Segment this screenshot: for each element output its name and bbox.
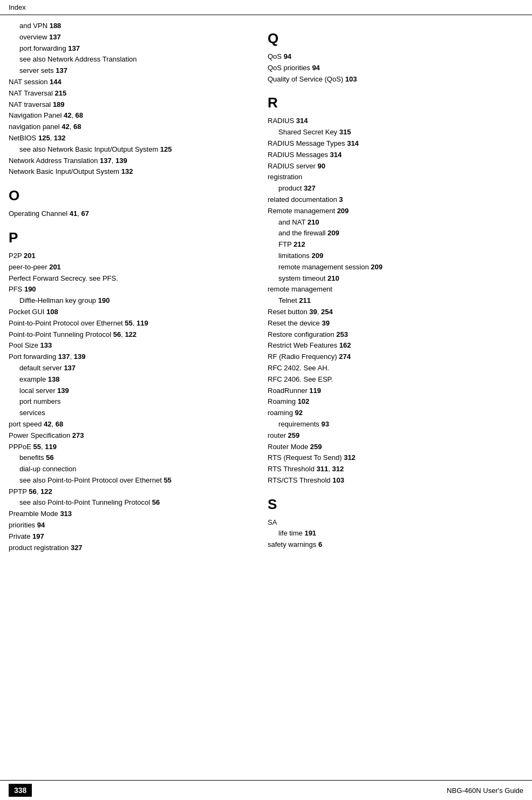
list-item: RoadRunner 119 [268,385,523,397]
section-q-letter: Q [268,30,523,47]
list-item: see also Point-to-Point Protocol over Et… [9,475,257,486]
list-item: life time 191 [268,528,523,539]
list-item: see also Network Basic Input/Output Syst… [9,144,257,155]
list-item: NetBIOS 125, 132 [9,133,257,144]
list-item: Diffie-Hellman key group 190 [9,295,257,307]
page-header: Index [0,0,532,15]
list-item: Preamble Mode 313 [9,509,257,520]
list-item: Network Basic Input/Output System 132 [9,166,257,178]
list-item: QoS priorities 94 [268,63,523,74]
list-item: product 327 [268,183,523,194]
s-section: SA life time 191 safety warnings 6 [268,517,523,551]
list-item: server sets 137 [9,65,257,77]
list-item: NAT traversal 189 [9,99,257,111]
list-item: system timeout 210 [268,273,523,284]
list-item: see also Network Address Translation [9,54,257,65]
list-item: port forwarding 137 [9,43,257,55]
list-item: roaming 92 [268,408,523,419]
list-item: P2P 201 [9,250,257,262]
list-item: and VPN 188 [9,21,257,32]
left-column: and VPN 188 overview 137 port forwarding… [9,21,257,553]
list-item: Point-to-Point Tunneling Protocol 56, 12… [9,329,257,341]
list-item: registration [268,172,523,183]
list-item: local server 139 [9,385,257,397]
list-item: NAT Traversal 215 [9,88,257,99]
list-item: benefits 56 [9,452,257,464]
list-item: port speed 42, 68 [9,419,257,430]
list-item: RADIUS Messages 314 [268,150,523,161]
list-item: Reset button 39, 254 [268,307,523,318]
right-column: Q QoS 94 QoS priorities 94 Quality of Se… [268,21,523,553]
footer-title: NBG-460N User's Guide [447,787,523,795]
list-item: Restrict Web Features 162 [268,340,523,351]
list-item: safety warnings 6 [268,539,523,551]
list-item: RTS (Request To Send) 312 [268,452,523,464]
list-item: port numbers [9,396,257,408]
list-item: RTS/CTS Threshold 103 [268,475,523,486]
r-section: RADIUS 314 Shared Secret Key 315 RADIUS … [268,116,523,486]
list-item: Telnet 211 [268,295,523,307]
list-item: remote management [268,284,523,295]
list-item: RADIUS Message Types 314 [268,138,523,150]
list-item: Roaming 102 [268,396,523,408]
list-item: services [9,408,257,419]
list-item: SA [268,517,523,528]
header-title: Index [9,3,26,11]
list-item: and the firewall 209 [268,228,523,239]
list-item: Quality of Service (QoS) 103 [268,74,523,85]
p-section: P2P 201 peer-to-peer 201 Perfect Forward… [9,250,257,554]
n-section-continuation: and VPN 188 overview 137 port forwarding… [9,21,257,178]
list-item: requirements 93 [268,419,523,430]
list-item: and NAT 210 [268,217,523,228]
list-item: Pool Size 133 [9,340,257,351]
list-item: Navigation Panel 42, 68 [9,110,257,121]
list-item: peer-to-peer 201 [9,262,257,273]
section-s-letter: S [268,496,523,513]
list-item: Reset the device 39 [268,318,523,329]
list-item: Power Specification 273 [9,430,257,442]
section-r-letter: R [268,94,523,111]
q-section: QoS 94 QoS priorities 94 Quality of Serv… [268,51,523,85]
list-item: RFC 2402. See AH. [268,363,523,374]
o-section: Operating Channel 41, 67 [9,208,257,220]
list-item: related documentation 3 [268,194,523,206]
list-item: RF (Radio Frequency) 274 [268,351,523,363]
list-item: RADIUS 314 [268,116,523,127]
list-item: Remote management 209 [268,206,523,217]
list-item: PPTP 56, 122 [9,486,257,498]
section-o-letter: O [9,187,257,204]
list-item: Shared Secret Key 315 [268,127,523,138]
list-item: Perfect Forward Secrecy. see PFS. [9,273,257,284]
list-item: default server 137 [9,363,257,374]
list-item: Router Mode 259 [268,442,523,453]
page-number: 338 [9,784,32,797]
list-item: priorities 94 [9,520,257,531]
list-item: Operating Channel 41, 67 [9,208,257,220]
list-item: Point-to-Point Protocol over Ethernet 55… [9,318,257,329]
list-item: RFC 2406. See ESP. [268,374,523,385]
list-item: Port forwarding 137, 139 [9,351,257,363]
list-item: Network Address Translation 137, 139 [9,155,257,167]
list-item: remote management session 209 [268,262,523,273]
list-item: QoS 94 [268,51,523,63]
list-item: PFS 190 [9,284,257,295]
list-item: RADIUS server 90 [268,161,523,172]
list-item: example 138 [9,374,257,385]
list-item: RTS Threshold 311, 312 [268,464,523,475]
list-item: Restore configuration 253 [268,329,523,341]
section-p-letter: P [9,229,257,246]
list-item: NAT session 144 [9,77,257,88]
list-item: limitations 209 [268,250,523,262]
page-footer: 338 NBG-460N User's Guide [0,780,532,800]
list-item: product registration 327 [9,543,257,554]
list-item: overview 137 [9,32,257,43]
content-area: and VPN 188 overview 137 port forwarding… [0,21,532,553]
list-item: Pocket GUI 108 [9,307,257,318]
list-item: PPPoE 55, 119 [9,442,257,453]
list-item: dial-up connection [9,464,257,475]
list-item: Private 197 [9,531,257,543]
list-item: see also Point-to-Point Tunneling Protoc… [9,497,257,509]
list-item: router 259 [268,430,523,442]
list-item: navigation panel 42, 68 [9,121,257,133]
list-item: FTP 212 [268,239,523,250]
